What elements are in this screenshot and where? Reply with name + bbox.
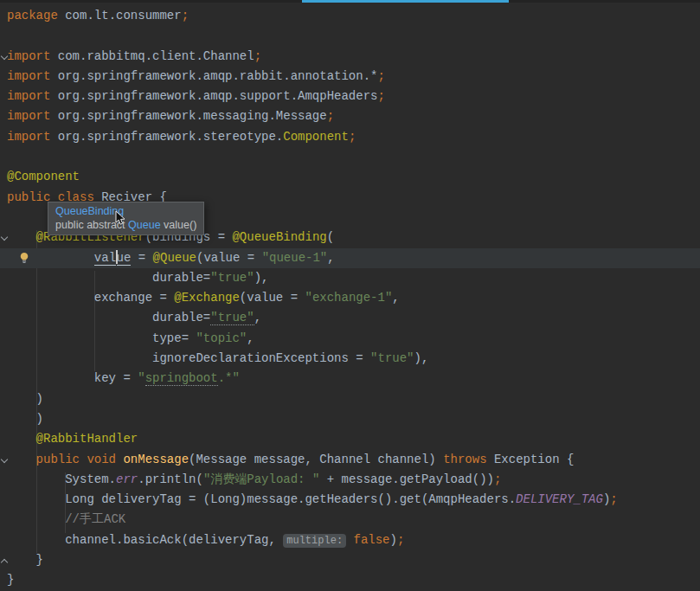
code-line[interactable]: Long deliveryTag = (Long)message.getHead… xyxy=(0,490,700,510)
code-line[interactable]: import org.springframework.stereotype.Co… xyxy=(0,127,700,147)
code-line[interactable] xyxy=(0,26,700,46)
code-line[interactable]: @Component xyxy=(0,167,700,187)
code-line[interactable]: value = @Queue(value = "queue-1", xyxy=(0,248,700,268)
code-line[interactable]: } xyxy=(0,550,700,570)
code-line[interactable]: import org.springframework.amqp.support.… xyxy=(0,87,700,106)
code-line[interactable]: import com.rabbitmq.client.Channel; xyxy=(0,47,700,67)
code-line[interactable]: @RabbitHandler xyxy=(0,429,700,449)
documentation-popup[interactable]: QueueBinding public abstract Queue value… xyxy=(48,202,204,235)
code-line[interactable]: import org.springframework.messaging.Mes… xyxy=(0,106,700,126)
code-line[interactable]: key = "springboot.*" xyxy=(0,369,700,389)
code-line[interactable]: System.err.println("消费端Payload: " + mess… xyxy=(0,470,700,490)
code-line[interactable]: durable="true", xyxy=(0,308,700,328)
code-line[interactable]: durable="true"), xyxy=(0,268,700,288)
queue-type-link[interactable]: Queue xyxy=(128,219,161,231)
code-line[interactable]: ) xyxy=(0,409,700,429)
popup-signature: public abstract Queue value() xyxy=(55,218,196,232)
code-line[interactable]: ) xyxy=(0,389,700,409)
popup-title: QueueBinding xyxy=(55,204,196,218)
code-line[interactable]: import org.springframework.amqp.rabbit.a… xyxy=(0,67,700,87)
code-line[interactable]: package com.lt.consummer; xyxy=(0,6,700,26)
code-editor[interactable]: package com.lt.consummer;import com.rabb… xyxy=(0,3,700,591)
code-line[interactable]: exchange = @Exchange(value = "exchange-1… xyxy=(0,288,700,308)
code-line[interactable]: } xyxy=(0,570,700,590)
code-line[interactable] xyxy=(0,147,700,167)
code-line[interactable]: ignoreDeclarationExceptions = "true"), xyxy=(0,349,700,369)
code-line[interactable]: public void onMessage(Message message, C… xyxy=(0,450,700,470)
code-line[interactable]: //手工ACK xyxy=(0,510,700,530)
mouse-cursor-icon xyxy=(115,210,125,230)
code-line[interactable]: channel.basicAck(deliveryTag, multiple: … xyxy=(0,530,700,550)
code-line[interactable]: type= "topic", xyxy=(0,329,700,349)
